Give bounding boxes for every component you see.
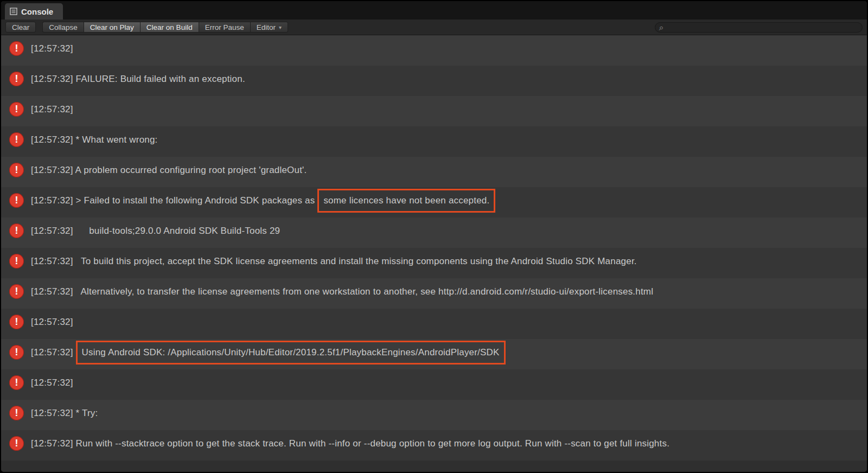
error-icon: !	[9, 41, 24, 56]
log-message: [12:57:32] build-tools;29.0.0 Android SD…	[31, 223, 280, 237]
error-icon: !	[9, 132, 24, 147]
log-entry[interactable]: ![12:57:32] A problem occurred configuri…	[1, 157, 867, 187]
log-entry[interactable]: ![12:57:32]	[1, 35, 867, 66]
log-timestamp: [12:57:32]	[31, 226, 76, 236]
error-pause-button[interactable]: Error Pause	[199, 22, 250, 33]
annotation-box: some licences have not been accepted.	[317, 189, 495, 213]
log-entry[interactable]: ![12:57:32]	[1, 369, 867, 400]
search-input[interactable]	[666, 23, 860, 31]
console-toolbar: Clear Collapse Clear on Play Clear on Bu…	[1, 20, 867, 35]
log-timestamp: [12:57:32]	[31, 286, 76, 297]
log-entry[interactable]: ![12:57:32] build-tools;29.0.0 Android S…	[1, 218, 867, 248]
search-icon: ⌕	[659, 23, 663, 31]
search-box[interactable]: ⌕	[655, 22, 863, 33]
editor-dropdown-label: Editor	[257, 23, 276, 31]
clear-on-play-button[interactable]: Clear on Play	[84, 22, 140, 33]
log-entry[interactable]: ![12:57:32] Using Android SDK: /Applicat…	[1, 339, 867, 369]
log-message: [12:57:32]	[31, 375, 76, 389]
log-entry[interactable]: ![12:57:32] Run with --stacktrace option…	[1, 430, 867, 461]
log-message: [12:57:32] Using Android SDK: /Applicati…	[31, 344, 506, 359]
log-entry[interactable]: ![12:57:32] > Failed to install the foll…	[1, 187, 867, 218]
error-icon: !	[9, 284, 24, 299]
annotation-box: Using Android SDK: /Applications/Unity/H…	[76, 341, 506, 365]
clear-on-build-button[interactable]: Clear on Build	[140, 22, 199, 33]
log-entry[interactable]: ![12:57:32] FAILURE: Build failed with a…	[1, 66, 867, 96]
log-message: [12:57:32] Alternatively, to transfer th…	[31, 284, 653, 298]
log-entry[interactable]: ![12:57:32] * Try:	[1, 400, 867, 430]
collapse-button[interactable]: Collapse	[42, 22, 84, 33]
editor-dropdown-button[interactable]: Editor ▾	[250, 22, 288, 33]
error-icon: !	[9, 163, 24, 177]
log-message: [12:57:32] Run with --stacktrace option …	[31, 436, 669, 450]
error-icon: !	[9, 345, 24, 360]
log-timestamp: [12:57:32]	[31, 43, 76, 54]
log-entry[interactable]: ![12:57:32]	[1, 96, 867, 126]
log-message: [12:57:32] > Failed to install the follo…	[31, 193, 495, 207]
log-entry[interactable]: ![12:57:32] To build this project, accep…	[1, 248, 867, 278]
log-timestamp: [12:57:32]	[31, 104, 76, 114]
tab-console[interactable]: Console	[5, 3, 63, 20]
error-icon: !	[9, 375, 24, 390]
console-window: Console Clear Collapse Clear on Play Cle…	[0, 0, 868, 473]
log-entry[interactable]: ![12:57:32] * What went wrong:	[1, 126, 867, 157]
clear-button[interactable]: Clear	[5, 22, 36, 33]
error-icon: !	[9, 315, 24, 329]
log-timestamp: [12:57:32]	[31, 135, 76, 145]
log-entry[interactable]: ![12:57:32] Alternatively, to transfer t…	[1, 278, 867, 309]
log-timestamp: [12:57:32]	[31, 408, 76, 418]
log-message: [12:57:32]	[31, 314, 76, 328]
chevron-down-icon: ▾	[279, 24, 282, 30]
log-timestamp: [12:57:32]	[31, 165, 75, 175]
log-timestamp: [12:57:32]	[31, 347, 76, 357]
toolbar-button-group: Collapse Clear on Play Clear on Build Er…	[42, 22, 288, 33]
log-message: [12:57:32] * What went wrong:	[31, 132, 158, 146]
log-message: [12:57:32]	[31, 101, 76, 116]
log-entry[interactable]: ![12:57:32]	[1, 309, 867, 339]
log-timestamp: [12:57:32]	[31, 438, 76, 449]
log-timestamp: [12:57:32]	[31, 74, 76, 84]
log-message: [12:57:32] To build this project, accept…	[31, 253, 637, 267]
log-message: [12:57:32]	[31, 41, 76, 55]
log-timestamp: [12:57:32]	[31, 256, 76, 266]
log-message: [12:57:32] FAILURE: Build failed with an…	[31, 71, 245, 85]
log-timestamp: [12:57:32]	[31, 317, 76, 327]
error-icon: !	[9, 193, 24, 208]
log-message: [12:57:32] A problem occurred configurin…	[31, 162, 307, 176]
console-icon	[10, 8, 17, 15]
log-timestamp: [12:57:32]	[31, 195, 76, 206]
error-icon: !	[9, 254, 24, 269]
error-icon: !	[9, 223, 24, 238]
log-list: ![12:57:32] ![12:57:32] FAILURE: Build f…	[1, 35, 867, 472]
log-message: [12:57:32] * Try:	[31, 405, 98, 419]
error-icon: !	[9, 406, 24, 420]
error-icon: !	[9, 72, 24, 86]
log-timestamp: [12:57:32]	[31, 378, 76, 388]
error-icon: !	[9, 102, 24, 117]
tab-label: Console	[21, 7, 53, 16]
tab-bar: Console	[1, 1, 867, 20]
error-icon: !	[9, 436, 24, 451]
